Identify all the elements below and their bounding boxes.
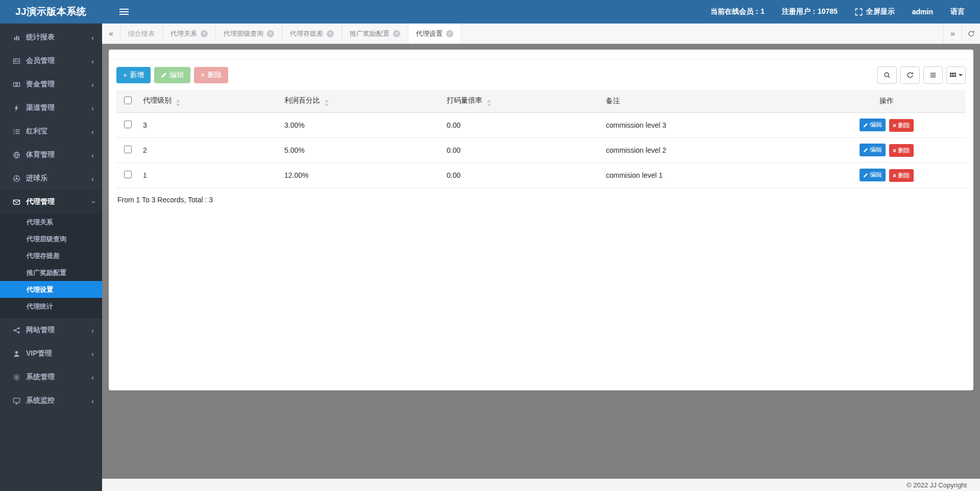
columns-grid-icon: [949, 72, 957, 79]
chevron-left-icon: ‹: [91, 104, 94, 112]
sort-icon: [176, 100, 180, 106]
sidebar-item-agent-mgmt[interactable]: 代理管理 ‹: [0, 190, 102, 214]
x-icon: ×: [893, 148, 896, 154]
submenu-item-agent-statistics[interactable]: 代理统计: [0, 298, 102, 315]
sidebar-item-vip-mgmt[interactable]: VIP管理 ‹: [0, 342, 102, 365]
fullscreen-label: 全屏显示: [866, 7, 895, 16]
table-toolbar: + 新增 编辑 × 删除: [116, 59, 966, 90]
column-header-label: 操作: [879, 97, 894, 105]
refresh-icon: [968, 30, 975, 37]
tab-close-icon[interactable]: ×: [393, 30, 400, 37]
submenu-item-agent-settings[interactable]: 代理设置: [0, 281, 102, 298]
sidebar-item-stat-reports[interactable]: 统计报表 ‹: [0, 26, 102, 49]
row-edit-label: 编辑: [870, 171, 882, 179]
add-button[interactable]: + 新增: [116, 67, 151, 83]
edit-button[interactable]: 编辑: [154, 67, 190, 83]
sidebar: 统计报表 ‹ 会员管理 ‹ 资金管理 ‹ 渠道管理 ‹ 红利宝 ‹ 体育管理 ‹: [0, 24, 102, 491]
tabs-refresh-button[interactable]: [962, 24, 980, 43]
sort-icon: [325, 100, 329, 106]
toggle-view-button[interactable]: [923, 66, 943, 84]
cell-level: 3: [139, 113, 280, 138]
language-menu[interactable]: 语言: [950, 7, 965, 16]
sidebar-item-website-mgmt[interactable]: 网站管理 ‹: [0, 318, 102, 342]
sidebar-item-member-mgmt[interactable]: 会员管理 ‹: [0, 49, 102, 73]
tab-close-icon[interactable]: ×: [327, 30, 334, 37]
column-header-label: 打码量倍率: [447, 96, 482, 104]
sidebar-item-funds-mgmt[interactable]: 资金管理 ‹: [0, 73, 102, 96]
submenu-item-promo-reward-config[interactable]: 推广奖励配置: [0, 264, 102, 281]
delete-button[interactable]: × 删除: [194, 67, 228, 83]
sidebar-item-channel-mgmt[interactable]: 渠道管理 ‹: [0, 96, 102, 120]
row-checkbox[interactable]: [124, 121, 132, 128]
row-checkbox[interactable]: [124, 146, 132, 153]
table-row: 2 5.00% 0.00 commission level 2 编辑 ×删除: [116, 138, 966, 163]
online-members-status: 当前在线会员：1: [710, 7, 765, 16]
tabs-scroll-left-button[interactable]: «: [102, 24, 120, 43]
submenu-item-agent-deposit-diff[interactable]: 代理存提差: [0, 247, 102, 264]
tab-agent-level-query[interactable]: 代理层级查询 ×: [216, 24, 282, 43]
chevron-left-icon: ‹: [91, 350, 94, 358]
search-button[interactable]: [877, 66, 897, 84]
tabs-scroll-right-button[interactable]: »: [943, 24, 962, 43]
tab-close-icon[interactable]: ×: [201, 30, 208, 37]
footer: © 2022 JJ Copyright: [102, 479, 980, 491]
cell-wager: 0.00: [443, 138, 602, 163]
column-header-label: 利润百分比: [284, 96, 320, 104]
pencil-icon: [863, 123, 868, 128]
refresh-table-button[interactable]: [900, 66, 920, 84]
table-row: 1 12.00% 0.00 commision level 1 编辑 ×删除: [116, 163, 966, 188]
tab-bar: « 综合报表 代理关系 × 代理层级查询 × 代理存提差 × 推广奖励配置 × …: [102, 24, 980, 44]
row-edit-button[interactable]: 编辑: [860, 169, 886, 181]
sidebar-item-label: 渠道管理: [26, 103, 55, 112]
columns-button[interactable]: [946, 66, 966, 84]
row-edit-button[interactable]: 编辑: [860, 144, 886, 156]
column-header-profit[interactable]: 利润百分比: [280, 90, 443, 113]
chevron-left-icon: ‹: [91, 34, 94, 41]
sidebar-item-bonus[interactable]: 红利宝 ‹: [0, 120, 102, 143]
submenu-item-agent-relations[interactable]: 代理关系: [0, 214, 102, 230]
globe-icon: [12, 151, 20, 159]
bar-chart-icon: [12, 34, 20, 41]
sidebar-item-system-monitor[interactable]: 系统监控 ‹: [0, 389, 102, 412]
row-checkbox[interactable]: [124, 171, 132, 178]
tab-agent-relations[interactable]: 代理关系 ×: [163, 24, 216, 43]
cell-remark: commission level 3: [602, 113, 807, 138]
submenu-item-agent-level-query[interactable]: 代理层级查询: [0, 230, 102, 247]
row-delete-button[interactable]: ×删除: [889, 169, 914, 182]
tab-promo-reward-config[interactable]: 推广奖励配置 ×: [342, 24, 408, 43]
row-edit-label: 编辑: [870, 121, 882, 129]
envelope-icon: [12, 198, 20, 206]
row-delete-button[interactable]: ×删除: [889, 144, 914, 157]
tab-summary-report[interactable]: 综合报表: [120, 24, 163, 43]
x-icon: ×: [201, 71, 205, 79]
column-header-level[interactable]: 代理级别: [139, 90, 280, 113]
sidebar-toggle-icon[interactable]: [119, 9, 129, 15]
sidebar-item-label: 代理管理: [26, 197, 55, 206]
row-edit-button[interactable]: 编辑: [860, 119, 886, 131]
tab-close-icon[interactable]: ×: [446, 30, 453, 37]
row-delete-button[interactable]: ×删除: [889, 119, 914, 132]
pencil-icon: [863, 148, 868, 153]
tab-label: 综合报表: [128, 29, 155, 38]
tab-agent-deposit-diff[interactable]: 代理存提差 ×: [282, 24, 342, 43]
row-edit-label: 编辑: [870, 146, 882, 154]
user-menu[interactable]: admin: [912, 8, 933, 16]
sidebar-item-sports-mgmt[interactable]: 体育管理 ‹: [0, 143, 102, 167]
user-icon: [12, 350, 20, 358]
chevron-left-icon: ‹: [91, 128, 94, 135]
select-all-checkbox[interactable]: [124, 97, 132, 104]
delete-button-label: 删除: [207, 71, 222, 80]
sidebar-item-goal-fun[interactable]: 进球乐 ‹: [0, 167, 102, 190]
tab-close-icon[interactable]: ×: [267, 30, 274, 37]
x-icon: ×: [893, 123, 896, 129]
tab-agent-settings[interactable]: 代理设置 ×: [408, 24, 461, 43]
table-header-row: 代理级别 利润百分比 打码量倍率 备注: [116, 90, 966, 113]
table-view-controls: [877, 66, 966, 84]
column-header-wager[interactable]: 打码量倍率: [443, 90, 602, 113]
sidebar-item-label: VIP管理: [26, 349, 52, 358]
cell-remark: commission level 2: [602, 138, 807, 163]
sidebar-item-label: 网站管理: [26, 325, 55, 335]
sidebar-item-system-mgmt[interactable]: 系统管理 ‹: [0, 365, 102, 389]
fullscreen-button[interactable]: 全屏显示: [855, 7, 895, 16]
soccer-ball-icon: [12, 175, 20, 182]
